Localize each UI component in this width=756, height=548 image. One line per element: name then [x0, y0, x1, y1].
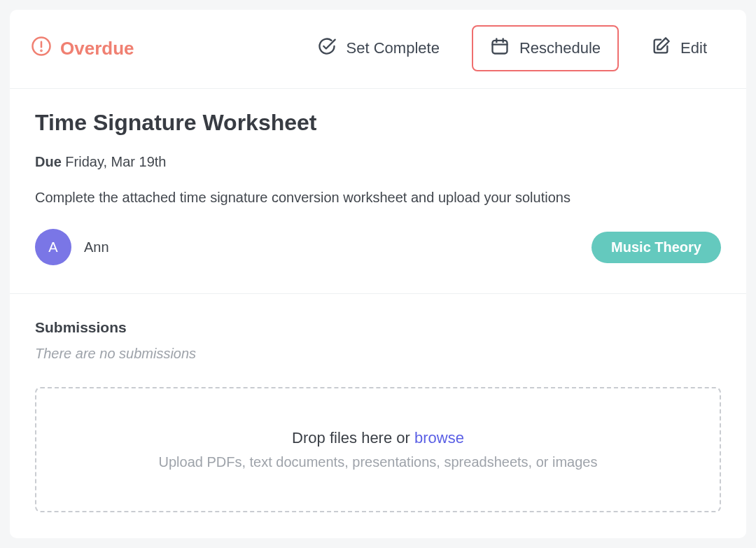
edit-icon: [651, 36, 671, 60]
alert-circle-icon: [31, 36, 52, 62]
edit-button[interactable]: Edit: [637, 27, 721, 70]
avatar: A: [35, 229, 71, 265]
avatar-initial: A: [48, 239, 57, 255]
assignment-description: Complete the attached time signature con…: [35, 187, 721, 208]
assignment-card: Overdue Set Complete: [10, 10, 746, 538]
overdue-status: Overdue: [31, 36, 134, 62]
dropzone-prefix: Drop files here or: [292, 429, 414, 447]
file-dropzone[interactable]: Drop files here or browse Upload PDFs, t…: [35, 387, 721, 512]
reschedule-button[interactable]: Reschedule: [472, 25, 619, 71]
card-body: Time Signature Worksheet Due Friday, Mar…: [10, 89, 746, 294]
set-complete-label: Set Complete: [346, 39, 440, 57]
due-date: Friday, Mar 19th: [65, 154, 166, 169]
svg-point-2: [41, 50, 41, 50]
assignee: A Ann: [35, 229, 109, 265]
check-circle-icon: [317, 36, 337, 60]
reschedule-label: Reschedule: [519, 39, 601, 57]
action-bar: Set Complete Reschedule: [303, 25, 721, 71]
dropzone-hint: Upload PDFs, text documents, presentatio…: [50, 454, 706, 470]
browse-link[interactable]: browse: [414, 429, 464, 447]
assignment-title: Time Signature Worksheet: [35, 110, 721, 136]
set-complete-button[interactable]: Set Complete: [303, 27, 454, 70]
submissions-empty-text: There are no submissions: [35, 346, 721, 362]
due-line: Due Friday, Mar 19th: [35, 154, 721, 170]
assignee-name: Ann: [84, 239, 109, 255]
status-label: Overdue: [60, 38, 134, 59]
subject-tag[interactable]: Music Theory: [592, 232, 721, 263]
card-header: Overdue Set Complete: [10, 10, 746, 89]
meta-row: A Ann Music Theory: [35, 229, 721, 265]
svg-rect-3: [492, 41, 507, 54]
submissions-section: Submissions There are no submissions Dro…: [10, 294, 746, 538]
due-label: Due: [35, 154, 62, 169]
dropzone-main-text: Drop files here or browse: [50, 429, 706, 447]
submissions-heading: Submissions: [35, 319, 721, 336]
calendar-icon: [490, 36, 510, 60]
edit-label: Edit: [680, 39, 707, 57]
